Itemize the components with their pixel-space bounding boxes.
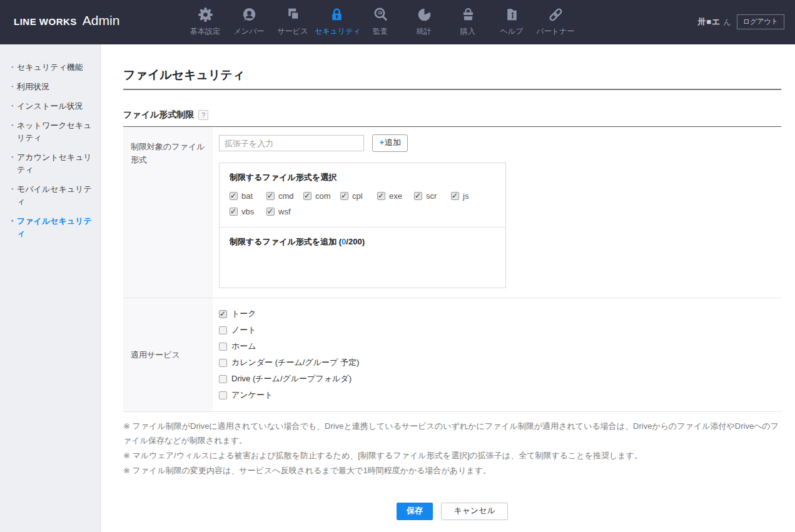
- brand-lineworks-text: LINE WORKS: [14, 16, 77, 27]
- checkbox-icon[interactable]: [266, 208, 275, 216]
- checkbox-service-calendar[interactable]: カレンダー (チーム/グループ 予定): [219, 357, 781, 368]
- checkbox-icon[interactable]: [414, 192, 422, 200]
- nav-item-basic-settings[interactable]: 基本設定: [183, 4, 227, 37]
- logout-button[interactable]: ログアウト: [737, 14, 784, 29]
- nav-label: パートナー: [534, 26, 577, 37]
- sidebar-item-security-features[interactable]: ・ セキュリティ機能: [8, 61, 95, 74]
- nav-label: 購入: [446, 26, 490, 37]
- checkbox-ext-bat[interactable]: bat: [230, 191, 266, 201]
- row-label-services: 適用サービス: [123, 298, 213, 411]
- line-works-admin-screen: LINE WORKS Admin: [0, 0, 795, 532]
- cancel-button[interactable]: キャンセル: [441, 503, 508, 520]
- brand-admin-text: Admin: [83, 13, 120, 28]
- footnote: ※ マルウェア/ウィルスによる被害および拡散を防止するため、[制限するファイル形…: [123, 448, 781, 463]
- checkbox-icon[interactable]: [303, 192, 311, 200]
- checkbox-label: トーク: [231, 308, 256, 319]
- checkbox-icon[interactable]: [230, 208, 238, 216]
- footnotes: ※ ファイル制限がDriveに適用されていない場合でも、Driveと連携している…: [123, 419, 781, 478]
- nav-label: 基本設定: [183, 26, 227, 37]
- checkbox-label: cpl: [352, 191, 363, 201]
- checkbox-label: bat: [241, 191, 253, 201]
- checkbox-icon[interactable]: [219, 310, 227, 318]
- bullet-icon: ・: [8, 119, 16, 144]
- sidebar-item-install-status[interactable]: ・ インストール状況: [8, 100, 95, 113]
- add-extensions-title: 制限するファイル形式を追加: [230, 237, 337, 246]
- nav-label: セキュリティ: [315, 26, 358, 37]
- checkbox-label: vbs: [241, 207, 254, 216]
- checkbox-ext-scr[interactable]: scr: [414, 191, 451, 201]
- custom-extensions-section: 制限するファイル形式を追加 (0/200): [220, 227, 505, 288]
- checkbox-icon[interactable]: [377, 192, 385, 200]
- checkbox-icon[interactable]: [219, 343, 227, 351]
- user-name-suffix: ん: [723, 17, 731, 28]
- checkbox-icon[interactable]: [230, 192, 238, 200]
- add-button-label: 追加: [385, 138, 401, 147]
- select-box-title: 制限するファイル形式を選択: [230, 172, 495, 183]
- sidebar-item-network-security[interactable]: ・ ネットワークセキュリティ: [8, 119, 95, 144]
- checkbox-ext-js[interactable]: js: [451, 191, 488, 201]
- extension-input[interactable]: [219, 135, 364, 151]
- nav-item-partner[interactable]: パートナー: [534, 4, 577, 37]
- checkbox-service-talk[interactable]: トーク: [219, 308, 781, 319]
- preset-extensions-section: 制限するファイル形式を選択 bat cmd: [220, 163, 505, 227]
- nav-item-services[interactable]: サービス: [271, 4, 315, 37]
- user-area: 卅■エ ん ログアウト: [697, 14, 784, 29]
- nav-item-security[interactable]: セキュリティ: [315, 4, 358, 37]
- checkbox-label: wsf: [278, 207, 291, 216]
- main-content: ファイルセキュリティ ファイル形式制限 ? 制限対象のファイル形式 +追加 制限…: [101, 44, 795, 532]
- sidebar-item-file-security[interactable]: ・ ファイルセキュリティ: [8, 215, 95, 240]
- checkbox-icon[interactable]: [340, 192, 348, 200]
- checkbox-label: アンケート: [231, 389, 273, 401]
- nav-item-audit[interactable]: 監査: [358, 4, 402, 37]
- sidebar-item-account-security[interactable]: ・ アカウントセキュリティ: [8, 151, 95, 176]
- checkbox-icon[interactable]: [219, 326, 227, 334]
- user-name: 卅■エ: [697, 16, 721, 28]
- nav-label: サービス: [271, 26, 315, 37]
- checkbox-icon[interactable]: [219, 391, 227, 399]
- checkbox-service-note[interactable]: ノート: [219, 324, 781, 336]
- nav-item-members[interactable]: メンバー: [227, 4, 271, 37]
- checkbox-service-survey[interactable]: アンケート: [219, 389, 781, 401]
- form-row-services: 適用サービス トーク ノート ホーム カレンダー (チーム/グループ 予定): [123, 298, 781, 412]
- brand-logo[interactable]: LINE WORKS Admin: [14, 13, 119, 28]
- row-content-services: トーク ノート ホーム カレンダー (チーム/グループ 予定) Drive (チ…: [213, 298, 781, 411]
- nav-label: 統計: [402, 26, 446, 37]
- checkbox-icon[interactable]: [451, 192, 459, 200]
- checkbox-icon[interactable]: [266, 192, 275, 200]
- file-format-select-box: 制限するファイル形式を選択 bat cmd: [219, 163, 506, 288]
- add-extension-button[interactable]: +追加: [372, 134, 408, 152]
- checkbox-icon[interactable]: [219, 359, 227, 367]
- sidebar-item-mobile-security[interactable]: ・ モバイルセキュリティ: [8, 183, 95, 208]
- checkbox-service-home[interactable]: ホーム: [219, 341, 781, 352]
- bullet-icon: ・: [8, 61, 16, 74]
- checkbox-ext-com[interactable]: com: [303, 191, 340, 201]
- footnote: ※ ファイル制限の変更内容は、サービスへ反映されるまで最大で1時間程度かかる場合…: [123, 463, 781, 478]
- partner-icon: [534, 4, 577, 24]
- stats-icon: [402, 4, 446, 24]
- nav-item-purchase[interactable]: 購入: [446, 4, 490, 37]
- sidebar-item-usage-status[interactable]: ・ 利用状況: [8, 81, 95, 93]
- nav-item-statistics[interactable]: 統計: [402, 4, 446, 37]
- checkbox-label: exe: [389, 191, 402, 201]
- save-button[interactable]: 保存: [397, 503, 433, 520]
- form-row-file-formats: 制限対象のファイル形式 +追加 制限するファイル形式を選択 bat: [123, 127, 781, 298]
- checkbox-ext-vbs[interactable]: vbs: [230, 207, 266, 216]
- row-label-file-formats: 制限対象のファイル形式: [123, 127, 213, 298]
- sidebar-item-label: セキュリティ機能: [17, 61, 83, 74]
- nav-label: ヘルプ: [490, 26, 534, 37]
- checkbox-icon[interactable]: [219, 375, 227, 383]
- checkbox-ext-exe[interactable]: exe: [377, 191, 414, 201]
- sidebar-item-label: インストール状況: [17, 100, 83, 113]
- help-icon: [490, 4, 534, 24]
- checkbox-service-drive[interactable]: Drive (チーム/グループフォルダ): [219, 373, 781, 384]
- main-nav: 基本設定 メンバー: [183, 4, 577, 37]
- nav-item-help[interactable]: ヘルプ: [490, 4, 534, 37]
- bullet-icon: ・: [8, 215, 16, 240]
- sidebar: ・ セキュリティ機能 ・ 利用状況 ・ インストール状況 ・ ネットワークセキュ…: [0, 44, 101, 532]
- checkbox-ext-cmd[interactable]: cmd: [266, 191, 303, 201]
- checkbox-ext-cpl[interactable]: cpl: [340, 191, 377, 201]
- help-question-icon[interactable]: ?: [198, 110, 208, 120]
- checkbox-ext-wsf[interactable]: wsf: [266, 207, 303, 216]
- bullet-icon: ・: [8, 183, 16, 208]
- audit-icon: [358, 4, 402, 24]
